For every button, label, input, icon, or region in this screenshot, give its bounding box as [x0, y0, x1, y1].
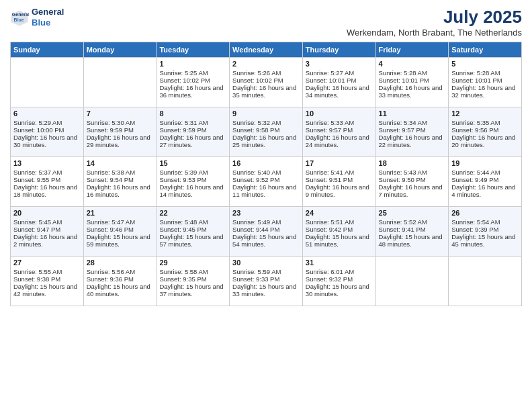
cell-info: Sunset: 9:56 PM	[451, 126, 519, 134]
cell-info: Sunrise: 5:30 AM	[87, 119, 154, 126]
cell-info: Daylight: 16 hours and 27 minutes.	[159, 134, 226, 148]
cell-info: Sunset: 9:39 PM	[451, 226, 519, 233]
day-number: 17	[306, 159, 373, 167]
calendar-cell	[11, 58, 84, 107]
logo: General Blue General Blue	[10, 7, 64, 28]
day-number: 25	[379, 209, 446, 217]
cell-info: Daylight: 16 hours and 35 minutes.	[232, 84, 300, 99]
cell-info: Sunset: 10:00 PM	[13, 126, 81, 134]
calendar-cell: 25Sunrise: 5:52 AMSunset: 9:41 PMDayligh…	[375, 207, 449, 257]
cell-info: Sunrise: 5:58 AM	[159, 268, 226, 275]
svg-text:Blue: Blue	[14, 17, 24, 21]
week-row-4: 20Sunrise: 5:45 AMSunset: 9:47 PMDayligh…	[11, 207, 522, 257]
day-number: 15	[159, 159, 226, 167]
day-header-friday: Friday	[375, 42, 449, 58]
cell-info: Daylight: 16 hours and 4 minutes.	[451, 183, 519, 198]
cell-info: Sunset: 9:50 PM	[379, 176, 446, 183]
day-number: 18	[379, 159, 446, 167]
cell-info: Sunset: 9:58 PM	[232, 126, 300, 134]
calendar-cell: 24Sunrise: 5:51 AMSunset: 9:42 PMDayligh…	[302, 207, 375, 257]
calendar-cell: 27Sunrise: 5:55 AMSunset: 9:38 PMDayligh…	[11, 257, 84, 306]
calendar-cell: 9Sunrise: 5:32 AMSunset: 9:58 PMDaylight…	[230, 107, 303, 157]
week-row-1: 1Sunrise: 5:25 AMSunset: 10:02 PMDayligh…	[11, 58, 522, 107]
day-number: 20	[13, 209, 81, 217]
cell-info: Daylight: 16 hours and 16 minutes.	[87, 183, 154, 198]
cell-info: Sunset: 9:49 PM	[451, 176, 519, 183]
cell-info: Sunset: 10:01 PM	[451, 77, 519, 84]
cell-info: Sunset: 9:57 PM	[379, 126, 446, 134]
day-number: 6	[13, 109, 81, 118]
cell-info: Sunrise: 5:28 AM	[451, 69, 519, 77]
cell-info: Daylight: 16 hours and 32 minutes.	[451, 84, 519, 99]
day-number: 1	[159, 60, 226, 68]
day-number: 7	[87, 109, 154, 118]
calendar-cell: 13Sunrise: 5:37 AMSunset: 9:55 PMDayligh…	[11, 157, 84, 207]
cell-info: Sunset: 9:44 PM	[232, 226, 300, 233]
cell-info: Sunrise: 5:38 AM	[87, 169, 154, 176]
calendar-cell: 29Sunrise: 5:58 AMSunset: 9:35 PMDayligh…	[157, 257, 230, 306]
calendar-cell: 19Sunrise: 5:44 AMSunset: 9:49 PMDayligh…	[449, 157, 522, 207]
cell-info: Daylight: 15 hours and 42 minutes.	[13, 283, 81, 298]
cell-info: Sunset: 9:59 PM	[159, 126, 226, 134]
day-number: 10	[306, 109, 373, 118]
cell-info: Sunset: 9:52 PM	[232, 176, 300, 183]
cell-info: Sunrise: 5:44 AM	[451, 169, 519, 176]
cell-info: Sunset: 9:54 PM	[87, 176, 154, 183]
cell-info: Daylight: 16 hours and 29 minutes.	[87, 134, 154, 148]
cell-info: Sunrise: 5:55 AM	[13, 268, 81, 275]
cell-info: Daylight: 15 hours and 57 minutes.	[159, 233, 226, 248]
cell-info: Sunrise: 5:51 AM	[306, 218, 373, 226]
calendar-cell	[449, 257, 522, 306]
calendar-cell: 14Sunrise: 5:38 AMSunset: 9:54 PMDayligh…	[83, 157, 157, 207]
cell-info: Sunset: 9:47 PM	[13, 226, 81, 233]
cell-info: Sunrise: 5:25 AM	[159, 69, 226, 77]
calendar-cell: 31Sunrise: 6:01 AMSunset: 9:32 PMDayligh…	[302, 257, 375, 306]
page: General Blue General Blue July 2025 Werk…	[0, 0, 532, 411]
cell-info: Daylight: 15 hours and 54 minutes.	[232, 233, 300, 248]
day-number: 12	[451, 109, 519, 118]
cell-info: Sunset: 9:42 PM	[306, 226, 373, 233]
cell-info: Daylight: 15 hours and 59 minutes.	[87, 233, 154, 248]
day-header-saturday: Saturday	[449, 42, 522, 58]
cell-info: Daylight: 16 hours and 7 minutes.	[379, 183, 446, 198]
cell-info: Daylight: 16 hours and 33 minutes.	[379, 84, 446, 99]
calendar-cell: 18Sunrise: 5:43 AMSunset: 9:50 PMDayligh…	[375, 157, 449, 207]
cell-info: Daylight: 16 hours and 20 minutes.	[451, 134, 519, 148]
day-header-sunday: Sunday	[11, 42, 84, 58]
cell-info: Sunrise: 5:27 AM	[306, 69, 373, 77]
cell-info: Daylight: 15 hours and 45 minutes.	[451, 233, 519, 248]
cell-info: Daylight: 16 hours and 25 minutes.	[232, 134, 300, 148]
calendar-cell: 17Sunrise: 5:41 AMSunset: 9:51 PMDayligh…	[302, 157, 375, 207]
calendar-cell: 16Sunrise: 5:40 AMSunset: 9:52 PMDayligh…	[230, 157, 303, 207]
calendar-cell: 21Sunrise: 5:47 AMSunset: 9:46 PMDayligh…	[83, 207, 157, 257]
cell-info: Sunset: 10:02 PM	[159, 77, 226, 84]
main-title: July 2025	[347, 7, 522, 28]
calendar-cell: 11Sunrise: 5:34 AMSunset: 9:57 PMDayligh…	[375, 107, 449, 157]
title-block: July 2025 Werkendam, North Brabant, The …	[347, 7, 522, 38]
calendar-cell: 5Sunrise: 5:28 AMSunset: 10:01 PMDayligh…	[449, 58, 522, 107]
subtitle: Werkendam, North Brabant, The Netherland…	[347, 28, 522, 38]
calendar-cell: 28Sunrise: 5:56 AMSunset: 9:36 PMDayligh…	[83, 257, 157, 306]
cell-info: Daylight: 15 hours and 33 minutes.	[232, 283, 300, 298]
svg-text:General: General	[12, 11, 29, 16]
cell-info: Sunrise: 5:45 AM	[13, 218, 81, 226]
cell-info: Daylight: 15 hours and 48 minutes.	[379, 233, 446, 248]
cell-info: Sunrise: 5:49 AM	[232, 218, 300, 226]
day-number: 23	[232, 209, 300, 217]
cell-info: Daylight: 16 hours and 22 minutes.	[379, 134, 446, 148]
cell-info: Sunset: 9:45 PM	[159, 226, 226, 233]
day-number: 29	[159, 259, 226, 267]
cell-info: Sunrise: 5:35 AM	[451, 119, 519, 126]
cell-info: Sunset: 9:57 PM	[306, 126, 373, 134]
cell-info: Sunset: 9:41 PM	[379, 226, 446, 233]
cell-info: Sunrise: 5:52 AM	[379, 218, 446, 226]
cell-info: Sunrise: 5:29 AM	[13, 119, 81, 126]
day-number: 8	[159, 109, 226, 118]
day-number: 9	[232, 109, 300, 118]
cell-info: Sunset: 9:53 PM	[159, 176, 226, 183]
cell-info: Sunset: 10:02 PM	[232, 77, 300, 84]
header-row: SundayMondayTuesdayWednesdayThursdayFrid…	[11, 42, 522, 58]
cell-info: Daylight: 16 hours and 18 minutes.	[13, 183, 81, 198]
day-header-tuesday: Tuesday	[157, 42, 230, 58]
day-number: 27	[13, 259, 81, 267]
